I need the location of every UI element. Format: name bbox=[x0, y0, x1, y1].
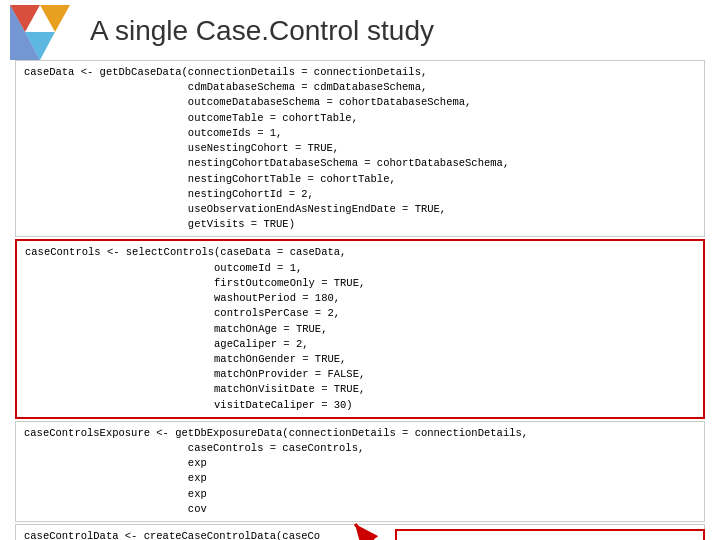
logo bbox=[10, 5, 70, 60]
code-block-3: caseControlsExposure <- getDbExposureDat… bbox=[15, 421, 705, 522]
main-content: caseData <- getDbCaseData(connectionDeta… bbox=[0, 60, 720, 540]
page-title: A single Case.Control study bbox=[90, 15, 434, 47]
code-block-2-highlighted: caseControls <- selectControls(caseData … bbox=[15, 239, 705, 418]
callout-box: Find controls for each case First outcom… bbox=[395, 529, 705, 540]
page-header: A single Case.Control study bbox=[0, 0, 720, 60]
code-block-1: caseData <- getDbCaseData(connectionDeta… bbox=[15, 60, 705, 237]
svg-marker-1 bbox=[40, 5, 70, 32]
